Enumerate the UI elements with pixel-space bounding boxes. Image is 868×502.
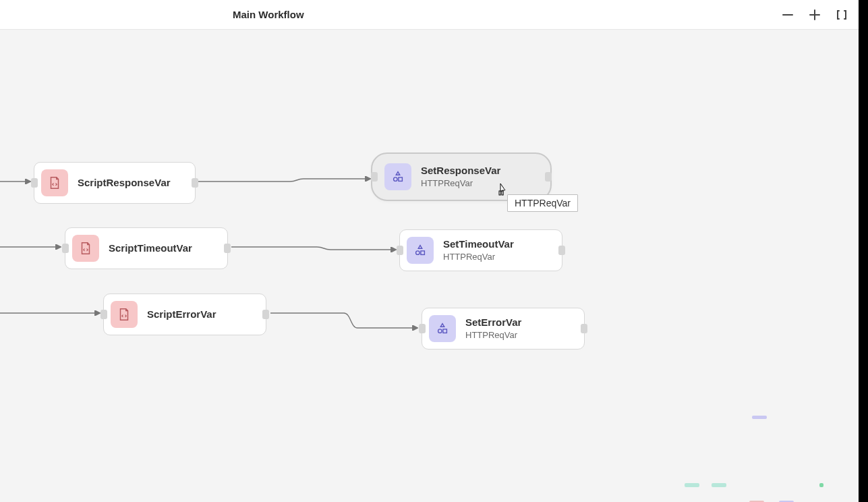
output-handle[interactable]: [545, 172, 552, 182]
workflow-title: Main Workflow: [233, 9, 304, 20]
output-handle[interactable]: [581, 324, 587, 333]
tooltip-text: HTTPReqVar: [515, 198, 571, 208]
input-handle[interactable]: [31, 178, 38, 188]
variable-icon: [407, 237, 434, 264]
node-script-error[interactable]: ScriptErrorVar: [103, 294, 266, 335]
variable-icon: [384, 163, 411, 190]
script-icon: [72, 235, 99, 262]
tooltip: HTTPReqVar: [507, 194, 578, 212]
node-title: ScriptTimeoutVar: [109, 242, 192, 255]
svg-rect-6: [421, 251, 425, 255]
workflow-canvas[interactable]: ScriptResponseVar SetResponseVar HTTPReq…: [0, 30, 859, 502]
script-icon: [41, 169, 68, 196]
header-bar: Main Workflow: [0, 0, 859, 30]
script-icon: [111, 301, 138, 328]
output-handle[interactable]: [224, 244, 231, 253]
svg-point-3: [394, 177, 398, 182]
svg-rect-4: [399, 177, 403, 182]
output-handle[interactable]: [262, 310, 269, 319]
add-button[interactable]: [809, 9, 821, 21]
node-subtitle: HTTPReqVar: [465, 330, 521, 341]
minimap: [685, 395, 840, 497]
input-handle[interactable]: [62, 244, 69, 253]
svg-rect-8: [443, 329, 447, 333]
input-handle[interactable]: [419, 324, 426, 333]
input-handle[interactable]: [100, 310, 107, 319]
node-title: SetErrorVar: [465, 316, 521, 329]
node-title: SetTimeoutVar: [443, 238, 514, 251]
node-title: ScriptErrorVar: [147, 308, 216, 321]
node-title: SetResponseVar: [421, 165, 500, 177]
output-handle[interactable]: [558, 246, 565, 255]
node-title: ScriptResponseVar: [78, 177, 171, 190]
svg-point-5: [416, 251, 420, 255]
minimize-button[interactable]: [782, 9, 794, 21]
output-handle[interactable]: [192, 178, 198, 188]
variable-icon: [429, 315, 456, 342]
node-set-timeout[interactable]: SetTimeoutVar HTTPReqVar: [399, 229, 562, 271]
window-right-edge: [859, 0, 868, 502]
header-actions: [782, 9, 848, 21]
input-handle[interactable]: [397, 246, 403, 255]
svg-point-7: [438, 329, 442, 333]
node-script-response[interactable]: ScriptResponseVar: [34, 162, 196, 204]
node-subtitle: HTTPReqVar: [443, 252, 514, 262]
fullscreen-button[interactable]: [836, 9, 848, 21]
node-set-error[interactable]: SetErrorVar HTTPReqVar: [422, 308, 585, 350]
input-handle[interactable]: [371, 172, 378, 182]
node-script-timeout[interactable]: ScriptTimeoutVar: [65, 227, 228, 269]
node-subtitle: HTTPReqVar: [421, 178, 500, 189]
